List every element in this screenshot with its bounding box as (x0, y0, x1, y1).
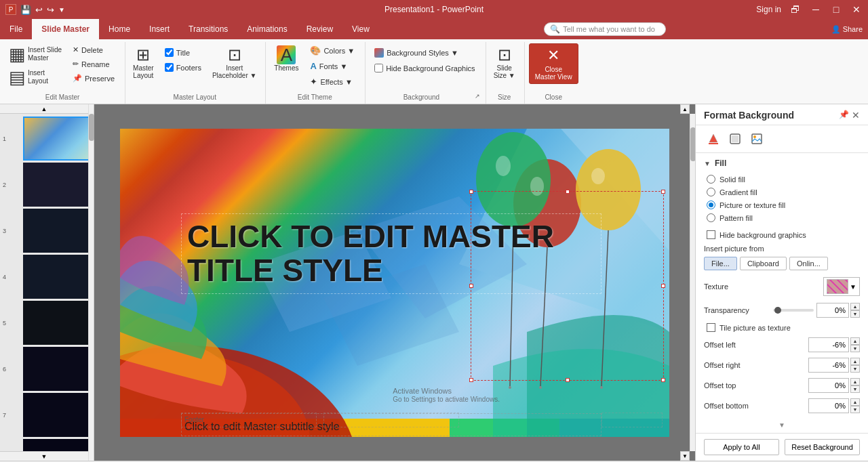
file-button[interactable]: File... (704, 257, 737, 270)
picture-fill-option[interactable]: Picture or texture fill (707, 201, 860, 209)
insert-placeholder-button[interactable]: ⊡ InsertPlaceholder ▼ (209, 43, 260, 81)
gradient-fill-option[interactable]: Gradient fill (707, 188, 860, 196)
slide-thumb-2[interactable] (23, 163, 88, 207)
tile-picture-item[interactable]: Tile picture as texture (707, 323, 860, 332)
texture-selector[interactable]: ▼ (823, 277, 860, 296)
offset-right-input[interactable] (808, 358, 849, 373)
offset-left-down[interactable]: ▼ (850, 345, 860, 352)
slide-thumb-5[interactable] (23, 301, 88, 345)
slide-thumb-7[interactable] (23, 393, 88, 437)
offset-left-input[interactable] (808, 337, 849, 352)
hide-bg-graphics-label[interactable]: Hide Background Graphics (370, 62, 479, 75)
quick-undo[interactable]: ↩ (35, 5, 43, 15)
tab-view[interactable]: View (342, 19, 379, 39)
tell-me-input[interactable]: 🔍 Tell me what you want to do (544, 22, 666, 36)
tile-checkbox-box[interactable] (707, 323, 715, 332)
pattern-fill-radio[interactable] (707, 213, 715, 222)
tab-slide-master[interactable]: Slide Master (32, 19, 99, 39)
canvas-scroll-up[interactable]: ▲ (680, 104, 690, 114)
slide-thumb-1[interactable] (23, 117, 88, 161)
offset-right-down[interactable]: ▼ (850, 365, 860, 373)
fill-icon-btn[interactable] (704, 129, 723, 148)
transparency-up[interactable]: ▲ (850, 303, 860, 310)
footer-area[interactable]: Footer (181, 413, 317, 427)
offset-bottom-down[interactable]: ▼ (850, 406, 860, 413)
format-panel-pin[interactable]: 📌 (839, 110, 849, 121)
scroll-up-arrow[interactable]: ▲ (0, 104, 88, 114)
colors-button[interactable]: 🎨 Colors ▼ (305, 43, 359, 58)
solid-fill-radio[interactable] (707, 175, 715, 184)
maximize-btn[interactable]: □ (830, 3, 842, 16)
online-button[interactable]: Onlin... (789, 257, 828, 270)
share-button[interactable]: 👤 Share (831, 25, 863, 34)
quick-save[interactable]: 💾 (20, 5, 31, 15)
restore-btn[interactable]: 🗗 (789, 3, 802, 16)
hide-bg-graphics-item[interactable]: Hide background graphics (707, 230, 860, 239)
tab-review[interactable]: Review (297, 19, 342, 39)
slide-title-area[interactable]: CLICK TO EDIT MASTER TITLE STYLE (181, 213, 601, 294)
fill-section-header[interactable]: ▼ Fill (704, 159, 860, 168)
preserve-button[interactable]: 📌 Preserve (68, 72, 119, 85)
offset-right-up[interactable]: ▲ (850, 358, 860, 365)
slide-thumb-3[interactable] (23, 209, 88, 253)
insert-btn-row: File... Clipboard Onlin... (704, 257, 860, 270)
hide-bg-checkbox-box[interactable] (707, 230, 715, 239)
slide-thumb-6[interactable] (23, 347, 88, 391)
offset-top-up[interactable]: ▲ (850, 378, 860, 385)
background-styles-button[interactable]: Background Styles ▼ (370, 46, 479, 60)
sign-in-button[interactable]: Sign in (756, 5, 781, 14)
rename-button[interactable]: ✏ Rename (68, 58, 119, 70)
hide-bg-checkbox[interactable] (374, 64, 383, 72)
canvas-scrollbar[interactable] (690, 114, 695, 451)
tab-home[interactable]: Home (99, 19, 140, 39)
footers-checkbox-label[interactable]: Footers (160, 61, 206, 74)
apply-to-all-button[interactable]: Apply to All (704, 439, 779, 455)
effects-icon-btn[interactable] (726, 129, 745, 148)
background-dialog-launcher[interactable]: ↗ (475, 93, 480, 100)
fonts-button[interactable]: A Fonts ▼ (305, 59, 359, 73)
effects-button[interactable]: ✦ Effects ▼ (305, 75, 359, 89)
transparency-down[interactable]: ▼ (850, 310, 860, 318)
date-area[interactable] (323, 413, 459, 427)
insert-layout-button[interactable]: ▤ InsertLayout (5, 66, 60, 88)
offset-left-up[interactable]: ▲ (850, 337, 860, 345)
picture-fill-radio[interactable] (707, 201, 715, 209)
offset-bottom-up[interactable]: ▲ (850, 398, 860, 406)
reset-background-button[interactable]: Reset Background (785, 439, 860, 455)
tab-insert[interactable]: Insert (140, 19, 179, 39)
clipboard-button[interactable]: Clipboard (740, 257, 787, 270)
insert-slide-master-button[interactable]: ▦ Insert SlideMaster (5, 43, 65, 65)
gradient-fill-radio[interactable] (707, 188, 715, 196)
format-panel-close[interactable]: ✕ (852, 110, 860, 121)
solid-fill-option[interactable]: Solid fill (707, 175, 860, 184)
canvas-scroll-down[interactable]: ▼ (680, 451, 690, 461)
slide-size-button[interactable]: ⊡ SlideSize ▼ (490, 43, 519, 81)
close-btn[interactable]: ✕ (850, 3, 863, 16)
offset-top-down[interactable]: ▼ (850, 385, 860, 393)
slide-thumb-4[interactable] (23, 255, 88, 299)
quick-redo[interactable]: ↪ (47, 5, 54, 15)
themes-button[interactable]: A Themes (270, 43, 302, 74)
tab-animations[interactable]: Animations (237, 19, 296, 39)
tab-transitions[interactable]: Transitions (179, 19, 237, 39)
slide-thumb-8[interactable] (23, 439, 88, 451)
quick-customize[interactable]: ▼ (58, 6, 65, 14)
slide-panel-scrollbar[interactable] (88, 104, 94, 461)
footers-checkbox[interactable] (165, 63, 174, 72)
delete-button[interactable]: ✕ Delete (68, 43, 119, 56)
tab-file[interactable]: File (0, 19, 32, 39)
transparency-input[interactable] (816, 303, 849, 318)
image-icon-btn[interactable] (747, 129, 766, 148)
title-bar-left: P 💾 ↩ ↪ ▼ (5, 4, 65, 15)
transparency-slider[interactable] (773, 309, 814, 312)
slide-number-area[interactable] (601, 413, 663, 427)
close-master-view-button[interactable]: ✕ CloseMaster View (529, 43, 578, 84)
scroll-down-arrow[interactable]: ▼ (0, 451, 88, 461)
title-checkbox[interactable] (165, 48, 174, 57)
offset-bottom-input[interactable] (808, 398, 849, 413)
minimize-btn[interactable]: ─ (810, 3, 822, 16)
offset-top-input[interactable] (808, 378, 849, 393)
master-layout-button[interactable]: ⊞ MasterLayout (130, 43, 157, 81)
pattern-fill-option[interactable]: Pattern fill (707, 213, 860, 222)
title-checkbox-label[interactable]: Title (160, 46, 206, 59)
